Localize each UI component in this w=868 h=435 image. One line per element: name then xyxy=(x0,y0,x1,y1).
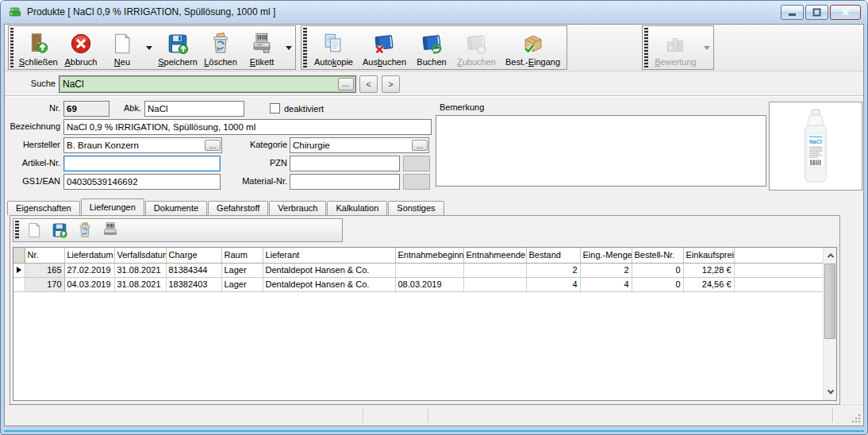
cell-lieferant[interactable]: Dentaldepot Hansen & Co. xyxy=(263,277,395,291)
column-header-raum[interactable]: Raum xyxy=(221,248,263,263)
toolbar-grip[interactable] xyxy=(644,28,648,67)
rating-button: Bewertung xyxy=(651,26,701,69)
tab-kalkulation[interactable]: Kalkulation xyxy=(327,201,387,215)
table-row[interactable]: 170 04.03.2019 31.08.2021 18382403 Lager… xyxy=(13,277,832,291)
material-nr-field[interactable] xyxy=(290,174,400,190)
book-button[interactable]: Buchen xyxy=(411,26,452,69)
cell-entnahmeende[interactable] xyxy=(463,277,526,291)
hersteller-lookup-button[interactable]: ... xyxy=(205,140,221,151)
column-header-lieferant[interactable]: Lieferant xyxy=(263,248,395,263)
tab-lieferungen[interactable]: Lieferungen xyxy=(81,198,144,215)
scroll-up-button[interactable] xyxy=(824,248,837,262)
column-header-verfallsdatum[interactable]: Verfallsdatum xyxy=(114,248,166,263)
row-selector-cell[interactable] xyxy=(13,277,25,291)
save-delivery-button[interactable] xyxy=(47,219,72,241)
pzn-field[interactable] xyxy=(290,156,400,171)
cell-eing-menge[interactable]: 4 xyxy=(580,277,632,291)
cell-nr[interactable]: 170 xyxy=(25,277,64,291)
autocopy-button-label: Autokopie xyxy=(314,57,353,67)
cell-lieferdatum[interactable]: 04.03.2019 xyxy=(64,277,114,291)
next-record-button[interactable]: > xyxy=(382,75,400,93)
cell-lieferant[interactable]: Dentaldepot Hansen & Co. xyxy=(263,263,395,277)
label-dropdown-arrow-icon[interactable] xyxy=(286,46,292,50)
cell-lieferdatum[interactable]: 27.02.2019 xyxy=(64,263,114,277)
tab-eigenschaften[interactable]: Eigenschaften xyxy=(7,201,80,215)
delete-delivery-button[interactable] xyxy=(72,219,98,241)
abort-button[interactable]: Abbruch xyxy=(60,26,102,69)
column-header-eing-menge[interactable]: Eing.-Menge xyxy=(580,248,632,263)
cell-nr[interactable]: 165 xyxy=(25,263,64,277)
toolbar-grip[interactable] xyxy=(303,28,307,67)
search-input[interactable] xyxy=(60,79,338,90)
close-button-label: Schließen xyxy=(19,57,58,67)
kategorie-lookup-button[interactable]: ... xyxy=(412,140,428,151)
cell-entnahmebeginn[interactable]: 08.03.2019 xyxy=(395,277,463,291)
column-header-einkaufspreis[interactable]: Einkaufspreis xyxy=(683,248,734,263)
cell-bestell-nr[interactable]: 0 xyxy=(632,263,683,277)
cell-eing-menge[interactable]: 2 xyxy=(580,263,632,277)
column-header-lieferdatum[interactable]: Lieferdatum xyxy=(64,248,114,263)
kategorie-field[interactable] xyxy=(290,141,412,150)
tab-dokumente[interactable]: Dokumente xyxy=(145,201,207,215)
column-header-nr[interactable]: Nr. xyxy=(25,248,64,263)
title-bar[interactable]: Produkte [ NaCl 0,9 % IRRIGATION, Spüllö… xyxy=(1,1,867,24)
chevron-down-icon xyxy=(827,387,833,393)
column-header-entnahmeende[interactable]: Entnahmeende xyxy=(463,248,526,263)
column-header-charge[interactable]: Charge xyxy=(166,248,221,263)
gs1-ean-field[interactable] xyxy=(63,174,221,190)
cell-bestand[interactable]: 4 xyxy=(526,277,580,291)
tab-verbrauch[interactable]: Verbrauch xyxy=(269,201,326,215)
column-header-entnahmebeginn[interactable]: Entnahmebeginn xyxy=(395,248,463,263)
bemerkung-textarea[interactable] xyxy=(436,115,766,187)
new-button[interactable]: Neu xyxy=(102,26,143,69)
cell-filler xyxy=(734,263,832,277)
label-button[interactable]: Etikett xyxy=(241,26,282,69)
column-header-bestand[interactable]: Bestand xyxy=(526,248,580,263)
row-selector-cell[interactable] xyxy=(13,263,25,277)
search-more-button[interactable]: ... xyxy=(338,78,354,90)
cell-raum[interactable]: Lager xyxy=(221,277,263,291)
new-delivery-button[interactable] xyxy=(21,219,47,241)
bezeichnung-field[interactable] xyxy=(63,119,432,135)
resize-grip[interactable] xyxy=(858,421,860,422)
toolbar-grip[interactable] xyxy=(15,221,19,240)
cell-verfallsdatum[interactable]: 31.08.2021 xyxy=(114,277,166,291)
autocopy-button[interactable]: Autokopie xyxy=(309,26,358,69)
cell-raum[interactable]: Lager xyxy=(221,263,263,277)
abk-field[interactable] xyxy=(144,101,244,117)
new-dropdown-arrow-icon[interactable] xyxy=(146,46,152,50)
tab-sonstiges[interactable]: Sonstiges xyxy=(388,201,444,215)
hersteller-field[interactable] xyxy=(64,141,205,150)
cell-einkaufspreis[interactable]: 12,28 € xyxy=(683,263,734,277)
close-button[interactable]: Schließen xyxy=(16,26,60,69)
deaktiviert-checkbox[interactable] xyxy=(270,103,280,114)
table-row[interactable]: 165 27.02.2019 31.08.2021 81384344 Lager… xyxy=(13,263,832,277)
toolbar-grip[interactable] xyxy=(10,28,13,67)
save-button[interactable]: Speichern xyxy=(156,26,200,69)
cell-charge[interactable]: 18382403 xyxy=(166,277,221,291)
print-label-button[interactable] xyxy=(98,219,123,241)
scrollbar-thumb[interactable] xyxy=(824,264,835,339)
cell-verfallsdatum[interactable]: 31.08.2021 xyxy=(114,263,166,277)
column-header-bestell-nr[interactable]: Bestell-Nr. xyxy=(632,248,683,263)
close-window-button[interactable] xyxy=(830,5,861,20)
delete-button[interactable]: Löschen xyxy=(200,26,241,69)
minimize-button[interactable] xyxy=(781,5,804,20)
cell-entnahmeende[interactable] xyxy=(463,263,526,277)
maximize-button[interactable] xyxy=(805,5,828,20)
cell-einkaufspreis[interactable]: 24,56 € xyxy=(683,277,734,291)
book-out-button[interactable]: Ausbuchen xyxy=(358,26,411,69)
cell-bestand[interactable]: 2 xyxy=(526,263,580,277)
goods-receipt-button[interactable]: Best.-Eingang xyxy=(501,26,565,69)
tab-gefahrstoff[interactable]: Gefahrstoff xyxy=(208,201,268,215)
cell-entnahmebeginn[interactable] xyxy=(395,263,463,277)
trash-icon xyxy=(209,31,232,56)
product-image: NaCl xyxy=(769,102,862,191)
cell-charge[interactable]: 81384344 xyxy=(166,263,221,277)
previous-record-button[interactable]: < xyxy=(359,75,378,93)
cell-bestell-nr[interactable]: 0 xyxy=(632,277,683,291)
artikel-nr-field[interactable] xyxy=(63,156,221,171)
cell-filler xyxy=(734,277,832,291)
scroll-down-button[interactable] xyxy=(824,386,837,399)
vertical-scrollbar[interactable] xyxy=(823,248,836,400)
